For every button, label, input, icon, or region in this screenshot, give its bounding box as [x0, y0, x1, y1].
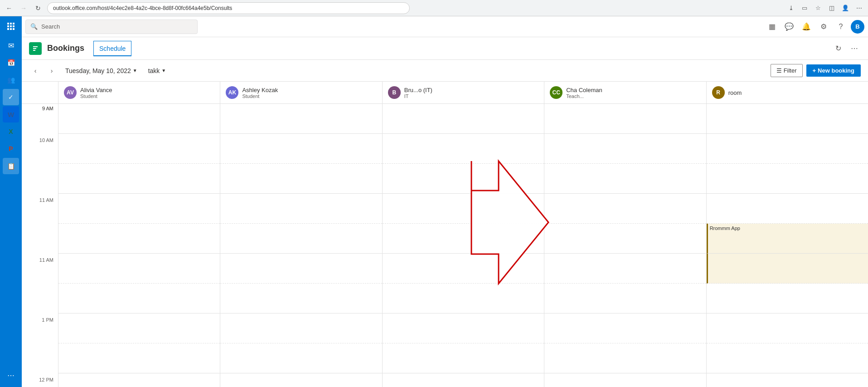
grid-cell-b-9[interactable] [383, 104, 544, 134]
browser-splitscreen-icon[interactable]: ◫ [826, 3, 837, 14]
staff-filter-button[interactable]: takk ▼ [145, 65, 170, 76]
grid-cell-cc-1030[interactable] [544, 194, 706, 224]
user-avatar[interactable]: B [851, 20, 864, 34]
grid-cell-ak-12[interactable] [220, 284, 382, 314]
grid-cell-room-930[interactable] [707, 134, 868, 164]
grid-cell-b-1[interactable] [383, 343, 544, 373]
browser-extensions-icon[interactable]: ▭ [799, 3, 810, 14]
search-bar[interactable]: 🔍 Search [25, 20, 198, 34]
people-icon: 👥 [7, 76, 15, 83]
sidebar-item-mail[interactable]: ✉ [3, 37, 19, 54]
grid-cell-b-130[interactable] [383, 373, 544, 387]
grid-cell-cc-130[interactable] [544, 373, 706, 387]
grid-cell-av-10[interactable] [58, 164, 220, 194]
browser-settings-icon[interactable]: ⋯ [853, 3, 864, 14]
forward-button[interactable]: → [18, 3, 29, 14]
grid-cell-room-1[interactable] [707, 343, 868, 373]
sidebar-more-button[interactable]: ⋯ [3, 367, 19, 383]
back-button[interactable]: ← [4, 3, 15, 14]
browser-favorites-icon[interactable]: ☆ [813, 3, 824, 14]
tab-schedule[interactable]: Schedule [93, 41, 131, 56]
grid-cell-room-11[interactable]: Rrommm App [707, 224, 868, 254]
grid-cell-ak-1030[interactable] [220, 194, 382, 224]
sidebar-item-word[interactable]: W [3, 106, 19, 122]
grid-cell-room-1030[interactable] [707, 194, 868, 224]
grid-cell-av-1[interactable] [58, 343, 220, 373]
staff-info-ak: Ashley Kozak Student [242, 87, 278, 99]
grid-cell-cc-11[interactable] [544, 224, 706, 254]
grid-cell-ak-9[interactable] [220, 104, 382, 134]
grid-cell-cc-1[interactable] [544, 343, 706, 373]
sidebar-item-excel[interactable]: X [3, 123, 19, 140]
grid-cell-b-11[interactable] [383, 224, 544, 254]
grid-cell-ak-1230[interactable] [220, 314, 382, 343]
staff-col-ak: AK Ashley Kozak Student [220, 82, 382, 103]
grid-cell-room-9[interactable] [707, 104, 868, 134]
browser-download-icon[interactable]: ⤓ [786, 3, 796, 14]
grid-cell-cc-930[interactable] [544, 134, 706, 164]
grid-cell-ak-1[interactable] [220, 343, 382, 373]
grid-cell-ak-1130[interactable] [220, 254, 382, 284]
grid-cell-ak-11[interactable] [220, 224, 382, 254]
grid-cell-av-1130[interactable] [58, 254, 220, 284]
grid-cell-av-11[interactable] [58, 224, 220, 254]
gear-icon: ⚙ [820, 22, 827, 31]
grid-cell-b-12[interactable] [383, 284, 544, 314]
bookings-nav-icon: 📋 [7, 162, 15, 170]
filter-button[interactable]: ☰ Filter [771, 64, 803, 77]
staff-header-row: AV Alivia Vance Student AK Ashley Kozak [22, 82, 868, 104]
waffle-menu-button[interactable] [3, 18, 19, 34]
reload-button[interactable]: ↻ [33, 3, 44, 14]
address-bar[interactable]: outlook.office.com/host/4c4ec2e8-4a2c-4b… [47, 2, 410, 14]
sidebar-item-bookings[interactable]: 📋 [3, 158, 19, 174]
grid-cell-b-930[interactable] [383, 134, 544, 164]
grid-cell-cc-12[interactable] [544, 284, 706, 314]
browser-profile-icon[interactable]: 👤 [840, 3, 851, 14]
settings-button[interactable]: ⚙ [816, 20, 831, 34]
sidebar-item-people[interactable]: 👥 [3, 72, 19, 88]
grid-cell-av-12[interactable] [58, 284, 220, 314]
grid-cell-room-1130[interactable] [707, 254, 868, 284]
grid-cell-b-1130[interactable] [383, 254, 544, 284]
sidebar-item-calendar[interactable]: 📅 [3, 54, 19, 71]
browser-right-icons: ⤓ ▭ ☆ ◫ 👤 ⋯ [786, 3, 864, 14]
time-label-1pm: 1 PM [22, 315, 58, 345]
grid-cell-room-130[interactable] [707, 373, 868, 387]
grid-cell-cc-9[interactable] [544, 104, 706, 134]
more-options-button[interactable]: ⋯ [848, 42, 861, 55]
calendar-icon: 📅 [7, 59, 15, 66]
grid-cell-b-1030[interactable] [383, 194, 544, 224]
date-picker-button[interactable]: Tuesday, May 10, 2022 ▼ [62, 65, 141, 76]
feedback-button[interactable]: 💬 [782, 20, 796, 34]
grid-col-room: Rrommm App Approom [706, 104, 868, 387]
notifications-button[interactable]: 🔔 [799, 20, 814, 34]
staff-col-cc: CC Cha Coleman Teach... [544, 82, 706, 103]
chevron-right-icon: › [51, 67, 53, 74]
grid-cell-room-12[interactable] [707, 284, 868, 314]
refresh-button[interactable]: ↻ [832, 42, 844, 55]
grid-cell-av-130[interactable] [58, 373, 220, 387]
prev-date-button[interactable]: ‹ [29, 64, 42, 77]
next-date-button[interactable]: › [45, 64, 58, 77]
grid-cell-b-10[interactable] [383, 164, 544, 194]
grid-cell-ak-930[interactable] [220, 134, 382, 164]
grid-cell-room-1230[interactable] [707, 314, 868, 343]
grid-cell-av-1030[interactable] [58, 194, 220, 224]
immersive-reader-button[interactable]: ▦ [765, 20, 779, 34]
grid-cell-b-1230[interactable] [383, 314, 544, 343]
grid-cell-cc-1130[interactable] [544, 254, 706, 284]
sidebar-item-powerpoint[interactable]: P [3, 141, 19, 157]
grid-cell-room-10[interactable] [707, 164, 868, 194]
more-icon: ⋯ [7, 371, 15, 380]
grid-cell-ak-10[interactable] [220, 164, 382, 194]
help-button[interactable]: ? [834, 20, 848, 34]
grid-cell-av-930[interactable] [58, 134, 220, 164]
grid-cell-ak-130[interactable] [220, 373, 382, 387]
grid-cell-av-1230[interactable] [58, 314, 220, 343]
new-booking-button[interactable]: + New booking [806, 64, 861, 77]
grid-cell-cc-1230[interactable] [544, 314, 706, 343]
event-rrommm-label[interactable]: Rrommm App [708, 225, 742, 232]
grid-cell-av-9[interactable] [58, 104, 220, 134]
sidebar-item-tasks[interactable]: ✓ [3, 89, 19, 105]
grid-cell-cc-10[interactable] [544, 164, 706, 194]
